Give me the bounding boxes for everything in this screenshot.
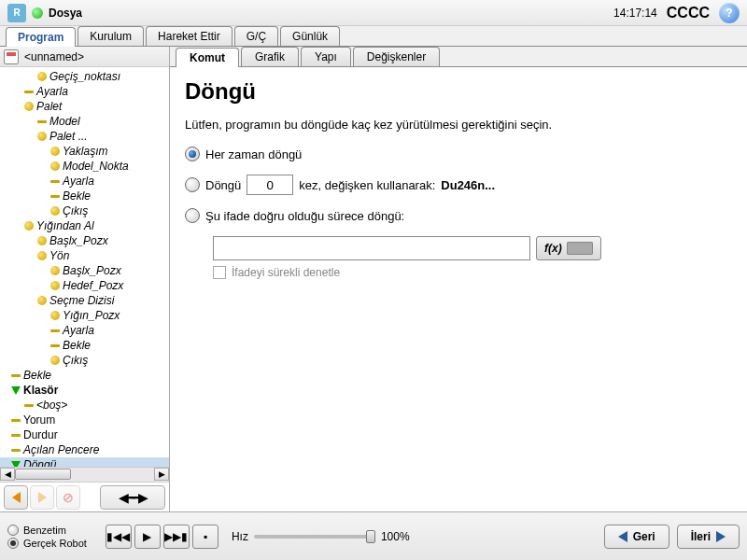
panel-description: Lütfen, programın bu döngüde kaç kez yür… [185,118,732,132]
tree-item-label: <boş> [36,399,67,412]
tree-item-label: Model [49,115,80,128]
tree-item-label: Bekle [63,339,91,352]
tree-item[interactable]: Model [0,114,169,129]
sub-tab-grafik[interactable]: Grafik [241,47,299,66]
tree-item[interactable]: Bekle [0,368,169,383]
radio-loop-always-label: Her zaman döngü [205,147,302,161]
tree-item-label: Durdur [23,428,58,441]
tree-item[interactable]: Bekle [0,338,169,353]
loop-variable-name: Du246n... [441,178,495,192]
tree-item-label: Çıkış [63,354,88,367]
tree-item-label: Döngü [23,458,56,467]
tree-bullet-icon [50,281,60,290]
tree-item[interactable]: Yön [0,248,169,263]
undo-button[interactable] [4,485,28,510]
tree-bullet-icon [50,344,60,347]
tree-bullet-icon [11,449,21,452]
radio-simulation[interactable] [7,525,19,536]
tree-item[interactable]: Çıkış [0,353,169,368]
radio-real-robot-label: Gerçek Robot [23,538,87,549]
tree-bullet-icon [50,195,60,198]
tree-item-label: Hedef_Pozx [63,279,123,292]
next-button[interactable]: İleri [677,525,740,549]
tree-bullet-icon [11,374,21,377]
tree-item[interactable]: Klasör [0,383,169,398]
tree-item[interactable]: Yığından Al [0,218,169,233]
tree-bullet-icon [37,72,47,81]
program-name: <unnamed> [24,50,84,63]
main-tab-günlük[interactable]: Günlük [280,26,340,46]
status-code: CCCC [667,5,710,21]
tree-hscroll[interactable]: ◀ ▶ [0,467,169,482]
loop-count-mid: kez, değişken kullanarak: [299,178,435,192]
rewind-button[interactable]: ▮◀◀ [106,525,132,549]
main-tab-hareket ettir[interactable]: Hareket Ettir [146,26,233,46]
tree-item[interactable]: Çıkış [0,203,169,218]
radio-loop-expr[interactable] [185,208,200,223]
tree-item[interactable]: Model_Nokta [0,159,169,174]
scroll-right-icon[interactable]: ▶ [154,468,169,481]
sub-tab-değişkenler[interactable]: Değişkenler [353,47,440,66]
expression-input[interactable] [213,236,530,260]
main-tab-program[interactable]: Program [6,27,76,47]
tree-item-label: Yığından Al [36,219,94,232]
scroll-left-icon[interactable]: ◀ [0,468,15,481]
loop-count-input[interactable] [247,175,293,195]
help-button[interactable]: ? [719,3,740,23]
tree-bullet-icon [24,404,34,407]
tree-item[interactable]: Yorum [0,413,169,427]
sub-tab-komut[interactable]: Komut [176,48,239,67]
tree-bullet-icon [24,91,34,93]
back-button[interactable]: Geri [604,525,669,549]
tree-item[interactable]: Bekle [0,189,169,203]
tree-item[interactable]: Seçme Dizisi [0,293,169,308]
tree-bullet-icon [37,296,47,305]
clock: 14:17:14 [613,7,657,20]
stop-button[interactable]: ▪ [192,525,218,549]
check-continuous[interactable] [213,266,226,279]
delete-button[interactable]: ⊘ [56,485,80,510]
tree-item[interactable]: Palet ... [0,129,169,144]
tree-item[interactable]: Ayarla [0,174,169,189]
tree-item-label: Bekle [23,369,51,382]
tree-bullet-icon [37,132,47,141]
tree-bullet-icon [50,161,60,171]
tree-item[interactable]: Durdur [0,427,169,442]
tree-item-label: Yaklaşım [63,145,107,158]
tree-item-label: Ayarla [63,324,94,337]
radio-loop-always[interactable] [185,147,200,161]
radio-loop-count[interactable] [185,177,200,192]
menu-file[interactable]: Dosya [49,7,82,20]
tree-item-label: Ayarla [36,85,68,98]
tree-item[interactable]: Ayarla [0,323,169,338]
tree-item[interactable]: Palet [0,99,169,114]
tree-bullet-icon [11,419,21,422]
tree-item[interactable]: Hedef_Pozx [0,278,169,293]
radio-real-robot[interactable] [7,538,19,549]
tree-item[interactable]: Döngü [0,457,169,467]
tree-item[interactable]: Yığın_Pozx [0,308,169,323]
tree-item[interactable]: Başlx_Pozx [0,233,169,248]
fx-icon: f(x) [544,242,562,255]
tree-item[interactable]: <boş> [0,398,169,413]
tree-item[interactable]: Ayarla [0,84,169,99]
sub-tab-yapı[interactable]: Yapı [301,47,351,66]
tree-bullet-icon [50,311,60,320]
tree-item[interactable]: Başlx_Pozx [0,263,169,278]
expression-editor-button[interactable]: f(x) [536,236,601,260]
save-icon[interactable] [4,49,19,64]
play-button[interactable]: ▶ [134,525,161,549]
redo-button[interactable] [30,485,54,510]
tree-bullet-icon [50,356,60,365]
tree-item-label: Ayarla [63,175,94,188]
main-tab-kurulum[interactable]: Kurulum [78,26,144,46]
speed-slider[interactable] [254,535,375,539]
radio-loop-expr-label: Şu ifade doğru olduğu sürece döngü: [205,209,404,223]
main-tab-g/ç[interactable]: G/Ç [234,26,278,46]
program-tree[interactable]: Geçiş_noktasıAyarlaPaletModelPalet ...Ya… [0,67,169,467]
tree-item[interactable]: Geçiş_noktası [0,69,169,84]
tree-item[interactable]: Yaklaşım [0,144,169,159]
move-buttons[interactable]: ◀━━▶ [100,485,165,510]
forward-button[interactable]: ▶▶▮ [163,525,190,549]
tree-item[interactable]: Açılan Pencere [0,442,169,457]
